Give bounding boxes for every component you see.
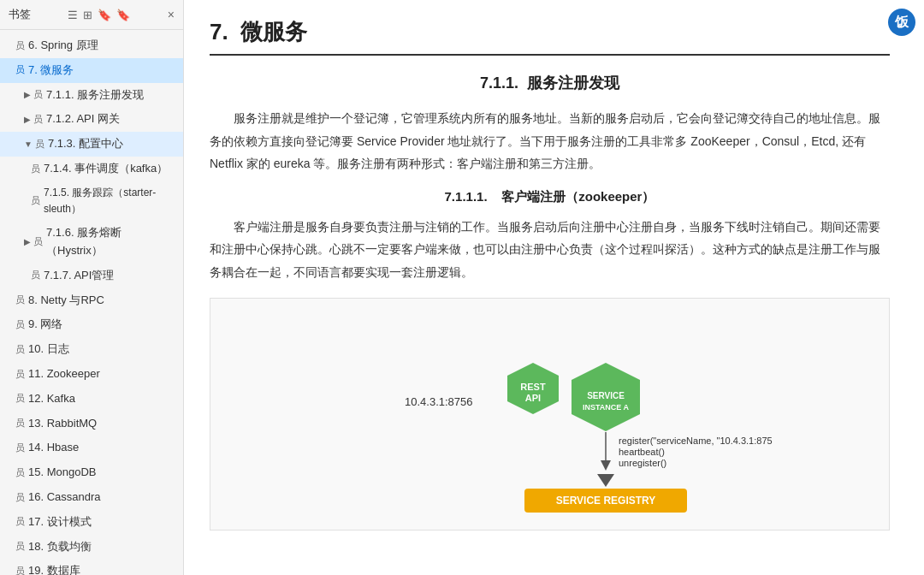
sidebar-item-7-1-7[interactable]: 员 7.1.7. API管理 [0,264,183,288]
subsection-title-text: 客户端注册（zookeeper） [501,189,654,204]
sidebar-item-7-1-2[interactable]: ▶ 员 7.1.2. API 网关 [0,107,183,132]
label-7-1-5: 7.1.5. 服务跟踪（starter-sleuth） [44,185,176,217]
sidebar-item-7-1-3[interactable]: ▼ 员 7.1.3. 配置中心 [0,132,183,157]
diagram-register-line2: heartbeat() [619,447,665,457]
bullet-16: 员 [15,490,25,506]
bullet-8: 员 [15,293,25,308]
subsection-num: 7.1.1.1. [445,189,488,204]
sidebar-item-19[interactable]: 员 19. 数据库 [0,559,183,575]
arrow-7-1-6: ▶ [24,235,31,249]
sidebar-item-7-1-1[interactable]: ▶ 员 7.1.1. 服务注册发现 [0,83,183,108]
bullet-7-1-2: 员 [33,112,43,127]
label-7-1-7: 7.1.7. API管理 [44,267,114,285]
svg-text:INSTANCE A: INSTANCE A [583,403,630,412]
bullet-19: 员 [15,564,25,575]
sidebar-item-11[interactable]: 员 11. Zookeeper [0,362,183,387]
label-12: 12. Kafka [28,390,75,408]
bullet-17: 员 [15,514,25,530]
section-title-7-1-1: 7.1.1. 服务注册发现 [210,73,890,93]
sidebar-title: 书签 [9,7,31,22]
bullet-9: 员 [15,317,25,333]
diagram-area: 10.4.3.1:8756 REST API SERVICE INSTANCE … [210,298,890,531]
bullet-7-1-3: 员 [35,137,44,152]
bullet-7-1-7: 员 [31,268,40,283]
sidebar-item-7-1-4[interactable]: 员 7.1.4. 事件调度（kafka） [0,157,183,181]
chapter-num: 7. [210,19,228,44]
label-7-1-2: 7.1.2. API 网关 [46,110,120,128]
sidebar-header-icons: ☰ ⊞ 🔖 🔖 [68,9,130,21]
arrow-7-1-3: ▼ [24,138,33,151]
label-14: 14. Hbase [28,439,79,457]
label-19: 19. 数据库 [28,562,80,575]
sidebar-icon-bookmark1[interactable]: 🔖 [98,9,111,21]
sidebar-close-button[interactable]: × [168,8,175,21]
sidebar-header: 书签 ☰ ⊞ 🔖 🔖 × [0,0,183,30]
diagram-registry-label: SERVICE REGISTRY [555,495,655,507]
page-title: 7. 微服务 [210,17,890,56]
user-avatar[interactable]: 饭 [888,9,915,36]
svg-text:SERVICE: SERVICE [587,391,625,400]
bullet-14: 员 [15,441,25,456]
sidebar-item-7-1-6[interactable]: ▶ 员 7.1.6. 服务熔断（Hystrix） [0,221,183,264]
sidebar-item-7-1-5[interactable]: 员 7.1.5. 服务跟踪（starter-sleuth） [0,181,183,221]
arrow-7-1-2: ▶ [24,113,31,127]
sidebar: 书签 ☰ ⊞ 🔖 🔖 × 员 6. Spring 原理 员 7. 微服务 ▶ 员… [0,0,184,575]
subsection-para: 客户端注册是服务自身要负责注册与注销的工作。当服务启动后向注册中心注册自身，当服… [210,216,890,284]
sidebar-item-9[interactable]: 员 9. 网络 [0,312,183,337]
bullet-12: 员 [15,391,25,406]
bullet-7-1-4: 员 [31,162,40,177]
sidebar-item-10[interactable]: 员 10. 日志 [0,337,183,362]
sidebar-item-17[interactable]: 员 17. 设计模式 [0,510,183,535]
sidebar-item-12[interactable]: 员 12. Kafka [0,387,183,412]
label-7: 7. 微服务 [28,62,74,80]
diagram-svg: 10.4.3.1:8756 REST API SERVICE INSTANCE … [328,316,773,513]
arrow-7-1-1: ▶ [24,88,31,102]
label-18: 18. 负载均衡 [28,538,92,556]
diagram-register-line1: register("serviceName, "10.4.3.1:8756") [619,436,773,446]
label-11: 11. Zookeeper [28,365,100,383]
label-8: 8. Netty 与RPC [28,292,104,310]
main-content: 7. 微服务 7.1.1. 服务注册发现 服务注册就是维护一个登记簿，它管理系统… [184,0,924,575]
label-15: 15. MongoDB [28,464,97,482]
label-17: 17. 设计模式 [28,513,92,531]
avatar-icon: 饭 [895,14,909,32]
diagram-register-line3: unregister() [619,458,666,468]
label-7-1-6: 7.1.6. 服务熔断（Hystrix） [46,224,176,260]
bullet-10: 员 [15,342,25,358]
sidebar-item-18[interactable]: 员 18. 负载均衡 [0,535,183,560]
bullet-7-1-1: 员 [33,87,43,103]
label-16: 16. Cassandra [28,489,101,507]
bullet-7-1-5: 员 [31,193,40,209]
label-7-1-3: 7.1.3. 配置中心 [48,135,123,153]
label-10: 10. 日志 [28,341,69,359]
sidebar-item-14[interactable]: 员 14. Hbase [0,436,183,460]
subsection-title-7-1-1-1: 7.1.1.1. 客户端注册（zookeeper） [210,189,890,205]
label-6: 6. Spring 原理 [28,37,98,55]
svg-text:REST: REST [520,382,546,392]
sidebar-item-15[interactable]: 员 15. MongoDB [0,460,183,485]
section-num: 7.1.1. [480,74,518,92]
label-7-1-4: 7.1.4. 事件调度（kafka） [44,160,168,178]
sidebar-item-16[interactable]: 员 16. Cassandra [0,485,183,510]
bullet-7: 员 [15,62,25,78]
svg-text:API: API [524,393,540,403]
bullet-18: 员 [15,539,25,554]
bullet-13: 员 [15,416,25,431]
sidebar-item-8[interactable]: 员 8. Netty 与RPC [0,288,183,313]
label-13: 13. RabbitMQ [28,415,97,433]
sidebar-icon-grid[interactable]: ⊞ [83,9,92,21]
bullet-15: 员 [15,465,25,481]
sidebar-nav: 员 6. Spring 原理 员 7. 微服务 ▶ 员 7.1.1. 服务注册发… [0,30,183,575]
sidebar-item-6[interactable]: 员 6. Spring 原理 [0,33,183,58]
sidebar-icon-list[interactable]: ☰ [68,9,78,21]
bullet-11: 员 [15,367,25,382]
label-7-1-1: 7.1.1. 服务注册发现 [46,86,144,104]
chapter-title: 微服务 [240,19,307,44]
bullet-7-1-6: 员 [33,234,43,250]
sidebar-item-7[interactable]: 员 7. 微服务 [0,58,183,83]
section-title-text: 服务注册发现 [527,74,619,92]
sidebar-icon-bookmark2[interactable]: 🔖 [116,9,130,21]
bullet-6: 员 [15,39,25,54]
diagram-ip-label: 10.4.3.1:8756 [405,395,473,408]
sidebar-item-13[interactable]: 员 13. RabbitMQ [0,412,183,436]
